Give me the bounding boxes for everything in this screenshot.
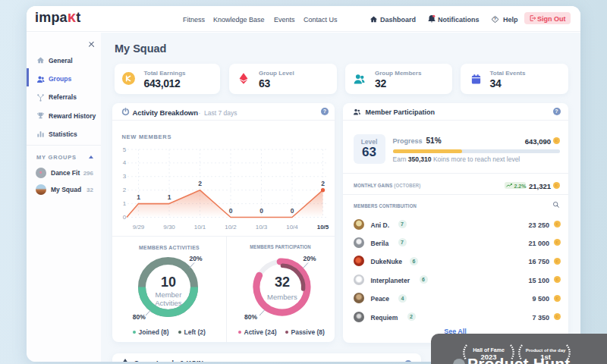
- svg-text:4: 4: [122, 159, 126, 166]
- svg-text:10/4: 10/4: [286, 224, 298, 231]
- svg-text:2: 2: [122, 187, 126, 193]
- svg-text:2: 2: [321, 180, 325, 187]
- svg-text:10/2: 10/2: [225, 224, 237, 231]
- svg-text:1: 1: [122, 200, 126, 207]
- svg-text:0: 0: [259, 207, 263, 215]
- svg-text:2: 2: [198, 180, 202, 187]
- svg-text:?: ?: [494, 17, 496, 21]
- svg-text:Hall of Fame: Hall of Fame: [473, 347, 505, 352]
- svg-text:0: 0: [122, 214, 126, 221]
- svg-text:0: 0: [290, 207, 294, 215]
- svg-text:10/1: 10/1: [193, 224, 206, 231]
- svg-text:5: 5: [122, 146, 126, 153]
- svg-text:1: 1: [167, 193, 171, 201]
- svg-text:0: 0: [228, 207, 232, 215]
- svg-text:3: 3: [122, 173, 126, 180]
- svg-text:10/5: 10/5: [316, 224, 329, 231]
- svg-text:9/30: 9/30: [163, 224, 175, 231]
- svg-text:9/29: 9/29: [132, 224, 144, 231]
- svg-text:10/3: 10/3: [255, 224, 267, 231]
- svg-text:1: 1: [137, 193, 140, 201]
